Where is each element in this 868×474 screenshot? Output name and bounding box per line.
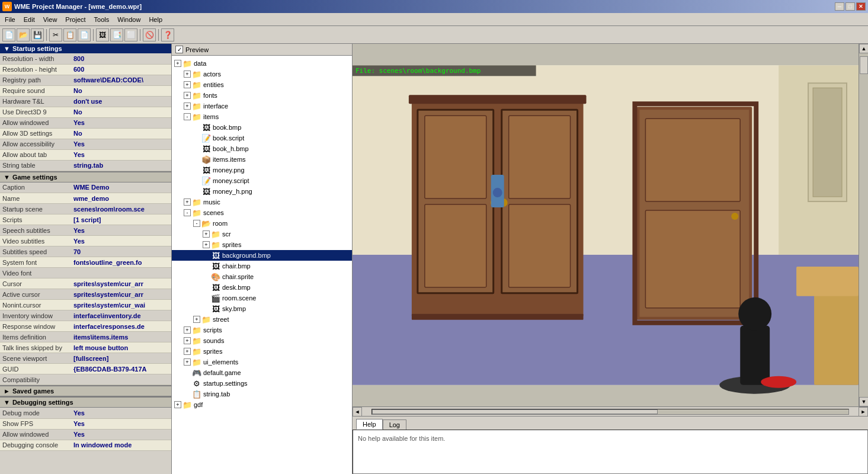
prop-val[interactable]: software\DEAD:CODE\ [71, 75, 171, 85]
tree-item-chair.bmp[interactable]: 🖼chair.bmp [172, 261, 352, 271]
tree-expand-items[interactable]: - [184, 113, 191, 120]
tree-item-scenes[interactable]: -📁scenes [172, 207, 352, 218]
tree-item-background.bmp[interactable]: 🖼background.bmp [172, 250, 352, 261]
tree-item-sky.bmp[interactable]: 🖼sky.bmp [172, 303, 352, 314]
tree-expand-ui_elements[interactable]: + [184, 358, 191, 366]
menu-tools[interactable]: Tools [91, 15, 113, 24]
tree-item-fonts[interactable]: +📁fonts [172, 90, 352, 101]
prop-val[interactable]: scenes\room\room.sce [71, 204, 171, 214]
tree-item-string.tab[interactable]: 📋string.tab [172, 389, 352, 399]
prop-val[interactable]: WME Demo [71, 182, 171, 193]
menu-help[interactable]: Help [145, 15, 166, 24]
menu-project[interactable]: Project [62, 15, 89, 24]
grid-button[interactable]: 📑 [110, 28, 123, 41]
prop-val[interactable] [71, 374, 171, 385]
tree-item-book.bmp[interactable]: 🖼book.bmp [172, 122, 352, 133]
tree-item-ui_elements[interactable]: +📁ui_elements [172, 357, 352, 367]
startup-settings-header[interactable]: ▼ Startup settings [0, 44, 171, 53]
preview-hscrollbar[interactable]: ◄ ► [353, 406, 868, 416]
tree-expand-scripts[interactable]: + [184, 326, 191, 334]
tree-item-data[interactable]: +📁data [172, 58, 352, 69]
tree-expand-street[interactable]: + [193, 316, 200, 323]
log-tab[interactable]: Log [383, 419, 406, 430]
prop-val[interactable]: {EB86CDAB-B379-417A [71, 364, 171, 374]
tree-item-items.items[interactable]: 📦items.items [172, 154, 352, 165]
tree-item-book_h.bmp[interactable]: 🖼book_h.bmp [172, 143, 352, 154]
tree-expand-fonts[interactable]: + [184, 92, 191, 99]
preview-checkbox[interactable]: ✓ [175, 46, 183, 53]
tree-expand-sprites2[interactable]: + [184, 348, 191, 355]
prop-val[interactable]: string.tab [71, 160, 171, 171]
cut-button[interactable]: ✂ [49, 28, 62, 41]
open-button[interactable]: 📂 [17, 28, 30, 41]
tree-item-gdf[interactable]: +📁gdf [172, 399, 352, 410]
debugging-settings-header[interactable]: ▼ Debugging settings [0, 396, 171, 408]
prop-val[interactable]: Yes [71, 236, 171, 246]
prop-val[interactable]: 70 [71, 246, 171, 257]
menu-window[interactable]: Window [114, 15, 144, 24]
image-button[interactable]: 🖼 [96, 28, 109, 41]
prop-val[interactable]: fonts\outline_green.fo [71, 257, 171, 268]
prop-val[interactable]: 800 [71, 53, 171, 64]
preview-vscrollbar[interactable]: ▲ ▼ [859, 44, 868, 406]
prop-val[interactable]: [fullscreen] [71, 353, 171, 364]
prop-val[interactable]: Yes [71, 429, 171, 440]
prop-val[interactable]: In windowed mode [71, 440, 171, 450]
prop-val[interactable]: No [71, 107, 171, 117]
help-tab[interactable]: Help [356, 419, 383, 430]
title-bar-buttons[interactable]: ─ □ ✕ [835, 2, 866, 11]
close-button[interactable]: ✕ [856, 2, 866, 11]
tree-item-actors[interactable]: +📁actors [172, 69, 352, 79]
tree-item-sprites2[interactable]: +📁sprites [172, 346, 352, 357]
tree-item-music[interactable]: +📁music [172, 197, 352, 207]
paste-button[interactable]: 📄 [78, 28, 91, 41]
tree-expand-data[interactable]: + [174, 60, 181, 67]
menu-view[interactable]: View [40, 15, 61, 24]
prop-val[interactable]: interface\responses.de [71, 321, 171, 332]
hscroll-thumb[interactable] [372, 409, 658, 414]
hscroll-right[interactable]: ► [859, 407, 868, 417]
prop-val[interactable]: sprites\system\cur_arr [71, 289, 171, 300]
tree-expand-scenes[interactable]: - [184, 209, 191, 216]
tree-item-money.script[interactable]: 📝money.script [172, 175, 352, 186]
tree-item-room.scene[interactable]: 🎬room.scene [172, 293, 352, 303]
stop-button[interactable]: 🚫 [143, 28, 156, 41]
prop-val[interactable]: items\items.items [71, 332, 171, 342]
prop-val[interactable]: No [71, 128, 171, 139]
vscroll-down[interactable]: ▼ [859, 397, 868, 406]
prop-val[interactable]: Yes [71, 408, 171, 418]
vscroll-track[interactable] [859, 53, 868, 397]
tree-expand-scr[interactable]: + [203, 230, 210, 238]
tree-expand-interface[interactable]: + [184, 103, 191, 110]
tree-item-room[interactable]: -📂room [172, 218, 352, 229]
prop-val[interactable]: sprites\system\cur_wai [71, 300, 171, 310]
tree-expand-entities[interactable]: + [184, 81, 191, 88]
tree-item-scr[interactable]: +📁scr [172, 229, 352, 239]
tree-item-items[interactable]: -📁items [172, 111, 352, 122]
tree-item-sprites[interactable]: +📁sprites [172, 239, 352, 250]
tree-expand-music[interactable]: + [184, 198, 191, 206]
copy-button[interactable]: 📋 [63, 28, 76, 41]
prop-val[interactable]: [1 script] [71, 214, 171, 225]
saved-games-header[interactable]: ► Saved games [0, 385, 171, 396]
prop-val[interactable]: don't use [71, 96, 171, 107]
tree-item-interface[interactable]: +📁interface [172, 101, 352, 111]
save-button[interactable]: 💾 [31, 28, 44, 41]
prop-val[interactable]: Yes [71, 117, 171, 128]
prop-val[interactable]: sprites\system\cur_arr [71, 278, 171, 289]
tree-expand-sprites[interactable]: + [203, 241, 210, 248]
tree-expand-actors[interactable]: + [184, 71, 191, 78]
tree-item-book.script[interactable]: 📝book.script [172, 133, 352, 143]
maximize-button[interactable]: □ [845, 2, 855, 11]
tree-item-money.png[interactable]: 🖼money.png [172, 165, 352, 175]
menu-edit[interactable]: Edit [20, 15, 39, 24]
tree-item-sounds[interactable]: +📁sounds [172, 335, 352, 346]
vscroll-up[interactable]: ▲ [859, 44, 868, 53]
new-button[interactable]: 📄 [2, 28, 15, 41]
prop-val[interactable]: Yes [71, 139, 171, 149]
tree-expand-sounds[interactable]: + [184, 337, 191, 344]
prop-val[interactable] [71, 268, 171, 278]
prop-val[interactable]: 600 [71, 64, 171, 75]
tree-expand-gdf[interactable]: + [174, 401, 181, 408]
vscroll-thumb[interactable] [860, 56, 868, 74]
